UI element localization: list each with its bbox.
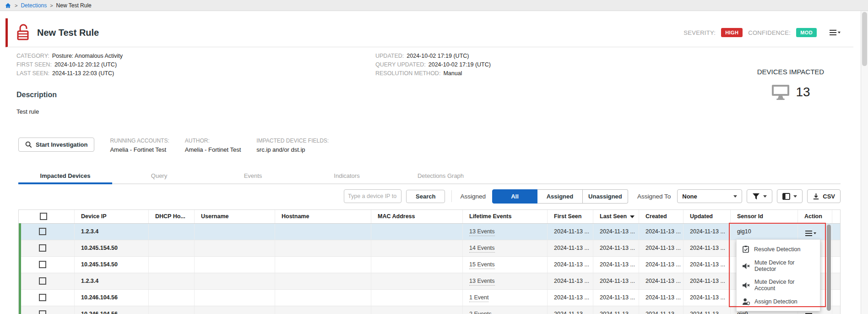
row-checkbox[interactable]: [39, 310, 46, 314]
csv-button[interactable]: CSV: [807, 189, 841, 203]
mute-speaker-icon: [742, 263, 750, 270]
assigned-to-label: Assigned To: [637, 193, 671, 200]
tab-detections-graph[interactable]: Detections Graph: [394, 169, 488, 184]
tab-impacted-devices[interactable]: Impacted Devices: [18, 169, 112, 184]
investigation-field-value: Amelia - Fortinet Test: [110, 146, 169, 153]
filter-button[interactable]: [747, 189, 772, 203]
row-action-menu-button[interactable]: [804, 312, 817, 314]
cell-first-seen: 2024-11-13 ...: [548, 273, 593, 289]
row-checkbox[interactable]: [39, 261, 46, 268]
column-header-dhcp-ho[interactable]: DHCP Ho...: [149, 210, 195, 223]
detection-menu-button[interactable]: [829, 29, 841, 36]
cell-hostname: [275, 273, 371, 289]
column-header-username[interactable]: Username: [195, 210, 275, 223]
table-scrollbar-thumb[interactable]: [827, 225, 831, 311]
start-investigation-button[interactable]: Start Investigation: [18, 138, 94, 152]
row-checkbox[interactable]: [39, 228, 46, 235]
lifetime-events-cell: 1 Event: [463, 289, 548, 306]
table-row: 10.246.104.561 Event2024-11-13 ...2024-1…: [20, 289, 841, 306]
cell-dhcp: [149, 273, 195, 289]
page-scrollbar[interactable]: [861, 11, 868, 314]
lifetime-events-link[interactable]: 2 Events: [469, 311, 492, 314]
column-header-spacer: [832, 210, 841, 223]
chevron-down-icon: [814, 232, 816, 234]
column-header-sensor-id[interactable]: Sensor Id: [731, 210, 798, 223]
column-header-updated[interactable]: Updated: [684, 210, 731, 223]
cell-username: [195, 240, 275, 256]
assigned-to-select[interactable]: None: [677, 189, 742, 203]
chevron-down-icon: [733, 195, 737, 198]
column-header-lifetime-events[interactable]: Lifetime Events: [463, 210, 548, 223]
cell-username: [195, 273, 275, 289]
page-scrollbar-thumb[interactable]: [862, 12, 867, 66]
columns-button[interactable]: [777, 189, 803, 203]
row-checkbox[interactable]: [39, 244, 46, 252]
menu-item-label: Assign Detection: [754, 298, 797, 305]
assign-person-icon: [742, 298, 750, 305]
meta-value: 2024-11-13 22:03 (UTC): [52, 70, 114, 77]
devices-impacted-count: 13: [796, 85, 810, 99]
investigation-field: RUNNING ACCOUNTS:Amelia - Fortinet Test: [110, 138, 169, 153]
menu-item-label: Resolve Detection: [754, 246, 800, 253]
menu-item-mute-device-for-account[interactable]: Mute Device for Account: [737, 275, 820, 295]
tab-query[interactable]: Query: [112, 169, 206, 184]
column-header-created[interactable]: Created: [639, 210, 684, 223]
column-header-action[interactable]: Action: [798, 210, 832, 223]
device-ip-cell: 10.245.154.50: [75, 256, 149, 273]
column-header-device-ip[interactable]: Device IP: [75, 210, 149, 223]
cell-first-seen: 2024-11-13 ...: [548, 289, 593, 306]
cell-hostname: [275, 289, 371, 306]
spacer-cell: [832, 223, 841, 240]
spacer-cell: [832, 306, 841, 314]
home-icon[interactable]: [5, 2, 11, 9]
segment-all[interactable]: All: [492, 189, 537, 204]
tab-events[interactable]: Events: [206, 169, 300, 184]
cell-mac: [371, 223, 463, 240]
search-button[interactable]: Search: [406, 190, 445, 203]
cell-created: 2024-11-13: [639, 306, 684, 314]
cell-updated: 2024-11-13 ...: [684, 256, 731, 273]
meta-label: QUERY UPDATED:: [375, 61, 426, 68]
sort-desc-icon: [630, 215, 635, 218]
lifetime-events-link[interactable]: 1 Event: [469, 294, 488, 302]
device-ip-cell: 1.2.3.4: [75, 273, 149, 289]
column-header-hostname[interactable]: Hostname: [275, 210, 371, 223]
cell-created: 2024-11-13 ...: [639, 256, 684, 273]
search-input[interactable]: [344, 189, 401, 203]
search-icon: [25, 141, 32, 148]
column-header-mac-address[interactable]: MAC Address: [371, 210, 463, 223]
lifetime-events-link[interactable]: 13 Events: [469, 278, 495, 286]
column-header-first-seen[interactable]: First Seen: [548, 210, 593, 223]
row-checkbox[interactable]: [39, 277, 46, 285]
breadcrumb-item-detections[interactable]: Detections: [21, 2, 47, 9]
menu-item-assign-detection[interactable]: Assign Detection: [737, 295, 820, 308]
investigation-field-value: src.ip and/or dst.ip: [256, 146, 329, 153]
severity-badge: HIGH: [721, 28, 743, 37]
menu-item-mute-device-for-detector[interactable]: Mute Device for Detector: [737, 256, 820, 275]
segment-unassigned[interactable]: Unassigned: [583, 189, 628, 204]
meta-label: CATEGORY:: [16, 53, 49, 59]
cell-username: [195, 223, 275, 240]
lifetime-events-link[interactable]: 13 Events: [469, 228, 495, 236]
meta-value: Manual: [443, 70, 462, 77]
menu-item-resolve-detection[interactable]: Resolve Detection: [737, 242, 820, 256]
row-action-menu-button[interactable]: [804, 230, 817, 237]
lifetime-events-cell: 13 Events: [463, 273, 548, 289]
select-all-cell: [20, 210, 75, 223]
row-checkbox[interactable]: [39, 294, 46, 301]
lifetime-events-cell: 2 Events: [463, 306, 548, 314]
tab-indicators[interactable]: Indicators: [300, 169, 394, 184]
investigation-row: Start Investigation RUNNING ACCOUNTS:Ame…: [18, 138, 329, 153]
clipboard-check-icon: [742, 245, 749, 253]
lifetime-events-link[interactable]: 14 Events: [469, 245, 495, 253]
breadcrumb-separator: >: [50, 3, 53, 8]
column-header-last-seen[interactable]: Last Seen: [593, 210, 639, 223]
lifetime-events-link[interactable]: 15 Events: [469, 261, 495, 269]
device-ip-cell: 1.2.3.4: [75, 223, 149, 240]
segment-assigned[interactable]: Assigned: [537, 189, 583, 204]
table-row: 10.245.154.5014 Events2024-11-13 ...2024…: [20, 240, 841, 256]
table-row: 10.245.154.5015 Events2024-11-13 ...2024…: [20, 256, 841, 273]
spacer-cell: [832, 289, 841, 306]
impacted-devices-table: Device IPDHCP Ho...UsernameHostnameMAC A…: [18, 209, 841, 314]
select-all-checkbox[interactable]: [40, 213, 47, 220]
